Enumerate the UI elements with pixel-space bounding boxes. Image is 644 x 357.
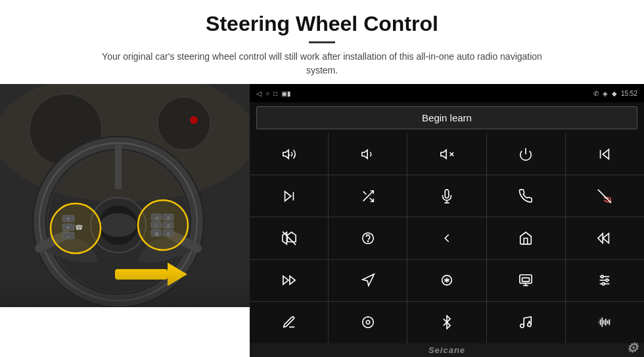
svg-point-79 [366, 321, 370, 325]
360-view-button[interactable]: 360° [329, 217, 407, 259]
back-icon: ◁ [256, 90, 262, 97]
settings-sliders-icon [597, 273, 612, 287]
svg-text:+: + [67, 217, 70, 221]
phone-status-icon: ✆ [593, 90, 599, 97]
svg-marker-61 [290, 276, 295, 285]
camera-button[interactable] [250, 217, 328, 259]
phone-icon [518, 189, 533, 203]
svg-marker-47 [285, 191, 290, 201]
home-circle-icon: ○ [265, 90, 269, 97]
equalizer-icon [440, 273, 454, 287]
svg-text:◎: ◎ [155, 232, 158, 236]
hang-up-icon [597, 189, 612, 203]
svg-point-11 [100, 213, 137, 237]
svg-text:◇: ◇ [167, 224, 170, 228]
svg-marker-39 [362, 150, 367, 158]
svg-text:○: ○ [155, 224, 158, 228]
svg-marker-63 [363, 274, 374, 285]
hang-up-button[interactable] [566, 175, 644, 217]
recents-icon: □ [273, 90, 277, 97]
svg-rect-35 [0, 268, 250, 307]
svg-marker-55 [283, 232, 287, 244]
vol-down-icon: - [361, 147, 375, 161]
phone-button[interactable] [487, 175, 565, 217]
status-bar: ◁ ○ □ ▣▮ ✆ ◈ ◆ 15:52 [250, 84, 644, 102]
mic-icon [440, 189, 454, 203]
pen-icon [282, 315, 296, 329]
navigate-button[interactable] [329, 260, 407, 301]
header-section: Steering Wheel Control Your original car… [0, 0, 644, 84]
title-divider [309, 41, 335, 43]
svg-text:360°: 360° [365, 234, 371, 236]
svg-rect-68 [520, 275, 532, 284]
page-title: Steering Wheel Control [26, 12, 618, 36]
media-button[interactable] [487, 260, 565, 301]
waveform-icon [597, 315, 612, 329]
watermark-row: Seicane ⚙ [250, 343, 644, 357]
location-icon: ◈ [603, 90, 608, 97]
watermark-text: Seicane [428, 345, 465, 355]
begin-learn-button[interactable]: Begin learn [256, 106, 637, 129]
navigate-icon [361, 273, 375, 287]
vol-down-button[interactable]: - [329, 133, 407, 175]
svg-text:+: + [288, 152, 291, 157]
svg-marker-45 [603, 149, 609, 159]
mute-button[interactable] [407, 133, 486, 175]
photo-panel: + ≈ - ☎ ◁ ◇ ○ ◇ ◎ ◇ [0, 84, 250, 307]
svg-text:-: - [370, 152, 371, 156]
gear-icon[interactable]: ⚙ [626, 340, 639, 356]
prev-track-button[interactable] [566, 133, 644, 175]
home-nav-icon [518, 231, 533, 245]
radio-icon [361, 315, 375, 329]
svg-line-51 [363, 191, 366, 194]
mic-button[interactable] [407, 175, 486, 217]
bluetooth-button[interactable] [407, 302, 486, 343]
svg-text:◇: ◇ [167, 232, 170, 236]
fast-forward-button[interactable] [250, 260, 328, 301]
shuffle-button[interactable] [329, 175, 407, 217]
back-nav-button[interactable] [407, 217, 486, 259]
mute-icon [440, 147, 454, 161]
svg-point-77 [603, 283, 605, 285]
skip-back-button[interactable] [566, 217, 644, 259]
svg-point-78 [363, 317, 374, 328]
wifi-icon: ◆ [612, 90, 617, 97]
svg-marker-41 [441, 150, 446, 158]
power-icon [518, 147, 533, 161]
signal-icon: ▣▮ [281, 90, 291, 97]
settings-sliders-button[interactable] [566, 260, 644, 301]
status-right: ✆ ◈ ◆ 15:52 [593, 90, 637, 97]
svg-marker-62 [283, 276, 288, 285]
svg-rect-69 [522, 278, 530, 282]
control-panel: ◁ ○ □ ▣▮ ✆ ◈ ◆ 15:52 Begin learn [250, 84, 644, 357]
svg-text:◇: ◇ [167, 216, 170, 220]
skip-back-icon [597, 231, 612, 245]
music-button[interactable]: ♩ [487, 302, 565, 343]
pen-button[interactable] [250, 302, 328, 343]
status-left: ◁ ○ □ ▣▮ [256, 90, 291, 97]
subtitle-text: Your original car's steering wheel contr… [92, 50, 552, 77]
waveform-button[interactable] [566, 302, 644, 343]
svg-text:♩: ♩ [530, 326, 532, 329]
equalizer-button[interactable] [407, 260, 486, 301]
time-display: 15:52 [621, 90, 637, 97]
power-button[interactable] [487, 133, 565, 175]
home-nav-button[interactable] [487, 217, 565, 259]
begin-learn-row: Begin learn [250, 102, 644, 133]
radio-button[interactable] [329, 302, 407, 343]
svg-marker-59 [603, 234, 609, 243]
shuffle-icon [361, 189, 375, 203]
page-wrapper: Steering Wheel Control Your original car… [0, 0, 644, 357]
vol-up-icon: + [282, 147, 296, 161]
skip-forward-icon [282, 189, 296, 203]
media-icon [518, 273, 533, 287]
music-icon: ♩ [518, 315, 533, 329]
steering-wheel-image: + ≈ - ☎ ◁ ◇ ○ ◇ ◎ ◇ [0, 84, 250, 307]
svg-text:☎: ☎ [75, 224, 83, 231]
vol-up-button[interactable]: + [250, 133, 328, 175]
fast-forward-icon [282, 273, 296, 287]
svg-point-4 [190, 116, 198, 124]
skip-forward-button[interactable] [250, 175, 328, 217]
bluetooth-icon [440, 315, 454, 329]
svg-text:◁: ◁ [155, 216, 158, 220]
